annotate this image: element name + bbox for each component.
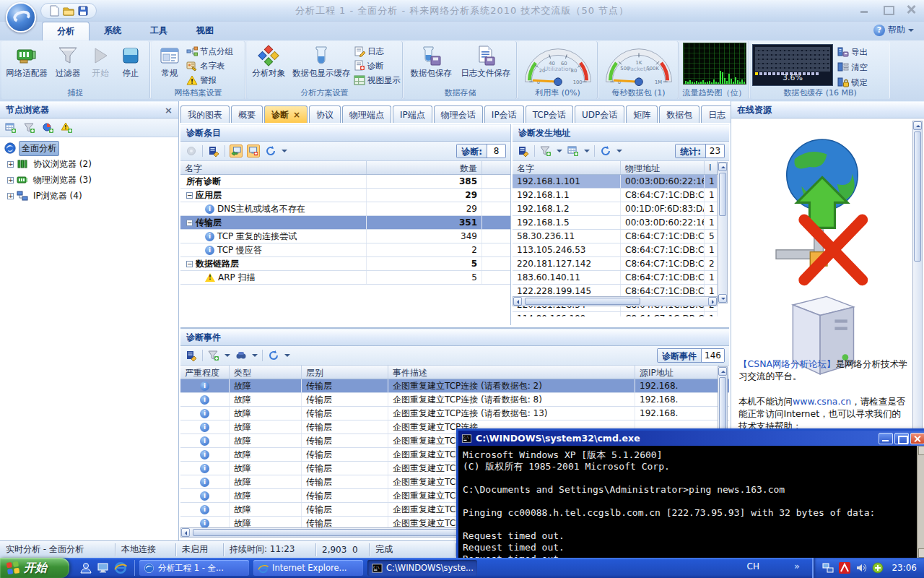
diagnosis-item-row[interactable]: ARP 扫描5 [180, 271, 510, 285]
diagnosis-item-row[interactable]: iTCP 慢应答2 [180, 243, 510, 257]
col-src-ip[interactable]: 源IP地址 [635, 366, 719, 379]
col-type[interactable]: 类型 [230, 366, 302, 379]
export-report-icon[interactable] [517, 144, 530, 158]
diagnosis-address-row[interactable]: 220.181.127.142C8:64:C7:1C:DB:C82 [513, 257, 718, 271]
col-name[interactable]: 名字 [513, 161, 621, 174]
view-tab[interactable]: 物理端点 [342, 105, 391, 123]
cmd-minimize-icon[interactable] [879, 433, 893, 444]
view-tab[interactable]: 协议 [309, 105, 341, 123]
col-layer[interactable]: 层别 [302, 366, 388, 379]
col-description[interactable]: 事件描述 [388, 366, 635, 379]
gear-icon[interactable] [185, 144, 198, 158]
quick-launch-user-icon[interactable] [79, 561, 92, 574]
diagnosis-event-row[interactable]: i故障传输层企图重复建立TCP连接 (请看数据包: 2)192.168. [180, 379, 729, 393]
ribbon-tab[interactable]: 系统 [90, 22, 136, 40]
clear-button[interactable]: 清空 [837, 61, 868, 73]
collapse-icon[interactable]: − [186, 220, 193, 226]
view-tab[interactable]: 我的图表 [180, 105, 230, 123]
node-group-button[interactable]: 节点分组 [186, 46, 233, 57]
refresh-icon[interactable] [599, 144, 612, 158]
tree-item[interactable]: +物理浏览器 (3) [0, 172, 178, 188]
refresh-dropdown-icon[interactable] [282, 150, 287, 152]
view-tab[interactable]: IP端点 [393, 105, 432, 123]
diagnosis-address-row[interactable]: 192.168.1.10100:03:0D:60:22:161 [513, 175, 718, 189]
col-name[interactable]: 名字 [180, 161, 367, 174]
view-tab[interactable]: TCP会话 [526, 105, 573, 123]
chevron-icon[interactable]: » [794, 561, 800, 571]
taskbar-task[interactable]: C:\C:\WINDOWS\syste... [367, 560, 477, 576]
view-tab[interactable]: IP会话 [484, 105, 524, 123]
dropdown-icon[interactable] [557, 150, 562, 152]
panel-close-icon[interactable]: × [165, 105, 173, 116]
network-adapter-button[interactable]: 网络适配器 [3, 43, 51, 86]
diagnosis-item-row[interactable]: iTCP 重复的连接尝试349 [180, 230, 510, 243]
stop-button[interactable]: 停止 [116, 43, 146, 86]
diagnosis-address-row[interactable]: 58.30.236.11C8:64:C7:1C:DB:C85 [513, 230, 718, 243]
diagnosis-button[interactable]: 诊断 [354, 60, 401, 72]
volume-tray-icon[interactable] [855, 562, 867, 574]
tab-close-icon[interactable]: × [293, 110, 300, 120]
diagnosis-address-row[interactable]: 192.168.1.500:03:0D:60:22:161 [513, 216, 718, 230]
close-icon[interactable] [905, 4, 917, 14]
col-mac[interactable]: 物理地址 [621, 161, 705, 174]
refresh-icon[interactable] [267, 349, 280, 362]
tree-item[interactable]: +协议浏览器 (2) [0, 156, 178, 172]
general-button[interactable]: 常规 [153, 43, 186, 86]
export-button[interactable]: 导出 [837, 46, 868, 58]
expand-icon[interactable]: + [7, 177, 14, 184]
start-button[interactable]: 开始 [0, 558, 69, 578]
diagnosis-address-row[interactable]: 114.80.166.199C8:64:C7:1C:DB:C81 [513, 312, 718, 316]
computer-add-icon[interactable] [247, 144, 260, 158]
expand-icon[interactable]: + [7, 193, 14, 199]
diagnosis-item-row[interactable]: 所有诊断385 [180, 175, 510, 189]
network-tray-icon[interactable] [822, 562, 834, 574]
col-count[interactable]: 数量 [367, 161, 482, 174]
refresh-dropdown-icon[interactable] [284, 354, 290, 357]
tree-root-item[interactable]: 全面分析 [0, 140, 178, 156]
filter-button[interactable]: 过滤器 [51, 43, 85, 86]
quick-launch-desktop-icon[interactable] [97, 561, 110, 574]
log-button[interactable]: 日志 [354, 46, 401, 57]
lock-button[interactable]: 锁定 [837, 77, 868, 88]
view-tab[interactable]: 日志 [701, 105, 733, 123]
analysis-objects-button[interactable]: 分析对象 [248, 43, 289, 86]
taskbar-task[interactable]: Internet Explore... [253, 560, 363, 576]
cmd-titlebar[interactable]: C:\ C:\WINDOWS\system32\cmd.exe [458, 431, 924, 446]
refresh-dropdown-icon[interactable] [616, 150, 622, 152]
view-tab[interactable]: 诊断× [264, 105, 308, 123]
csna-site-link[interactable]: www.csna.cn [793, 396, 851, 407]
name-table-button[interactable]: 名字表 [186, 60, 233, 72]
export-report-icon[interactable] [207, 144, 220, 158]
cmd-window[interactable]: C:\ C:\WINDOWS\system32\cmd.exe Microsof… [456, 428, 924, 558]
expand-icon[interactable]: + [7, 161, 14, 168]
export-report-icon[interactable] [185, 349, 198, 362]
dropdown-icon[interactable] [225, 354, 230, 357]
taskbar-task[interactable]: 分析工程 1 - 全... [139, 560, 249, 576]
dropdown-icon[interactable] [252, 354, 258, 357]
cmd-close-icon[interactable] [910, 433, 924, 444]
diagnosis-item-row[interactable]: −传输层351 [180, 216, 510, 230]
refresh-icon[interactable] [264, 144, 277, 158]
save-log-button[interactable]: 日志文件保存 [457, 43, 515, 86]
language-indicator[interactable]: CH [747, 561, 759, 571]
collapse-icon[interactable]: − [186, 192, 193, 199]
view-display-button[interactable]: 视图显示 [354, 74, 401, 86]
col-severity[interactable]: 严重程度 [180, 366, 230, 379]
cmd-output[interactable]: Microsoft Windows XP [版本 5.1.2600](C) 版权… [458, 446, 924, 558]
vertical-scrollbar[interactable] [718, 162, 728, 303]
help-button[interactable]: ? 帮助 [873, 24, 914, 36]
view-tab[interactable]: 矩阵 [626, 105, 658, 123]
avira-tray-icon[interactable] [839, 562, 850, 574]
tree-item[interactable]: +IP浏览器 (4) [0, 188, 178, 204]
ribbon-tab[interactable]: 分析 [42, 22, 90, 40]
diagnosis-event-row[interactable]: i故障传输层企图重复建立TCP连接 (请看数据包: 13)192.168. [180, 407, 729, 420]
filter-add-icon[interactable] [207, 349, 220, 362]
alarm-button[interactable]: 警报 [186, 74, 233, 86]
cmd-maximize-icon[interactable] [894, 433, 909, 444]
packet-display-buffer-button[interactable]: 数据包显示缓存 [289, 43, 354, 86]
diagnosis-item-row[interactable]: −数据链路层5 [180, 257, 510, 271]
filter-add-icon[interactable] [539, 144, 552, 158]
cmd-scrollbar[interactable] [917, 446, 924, 558]
computer-back-icon[interactable] [230, 144, 243, 158]
view-tab[interactable]: 数据包 [659, 105, 699, 123]
